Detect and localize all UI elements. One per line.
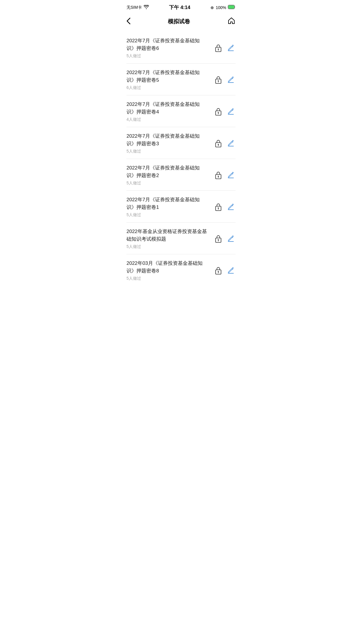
item-subtitle: 5人做过: [126, 244, 209, 249]
list-item: 2022年7月《证券投资基金基础知识》押题密卷6 5人做过: [126, 32, 236, 64]
edit-button[interactable]: [227, 107, 236, 116]
item-actions: [214, 202, 236, 211]
status-time: 下午 4:14: [169, 4, 190, 11]
item-content-7[interactable]: 2022年基金从业资格证券投资基金基础知识考试模拟题 5人做过: [126, 228, 214, 249]
edit-button[interactable]: [227, 202, 236, 211]
item-subtitle: 5人做过: [126, 149, 209, 154]
item-actions: [214, 234, 236, 243]
page-title: 模拟试卷: [133, 18, 225, 25]
item-actions: [214, 171, 236, 179]
edit-button[interactable]: [227, 234, 236, 243]
item-actions: [214, 43, 236, 52]
item-content-1[interactable]: 2022年7月《证券投资基金基础知识》押题密卷6 5人做过: [126, 37, 214, 59]
list-item: 2022年03月《证券投资基金基础知识》押题密卷8 5人做过: [126, 254, 236, 286]
lock-button[interactable]: [214, 107, 223, 116]
status-left: 无SIM卡: [126, 5, 149, 10]
lock-button[interactable]: [214, 139, 223, 148]
item-subtitle: 5人做过: [126, 53, 209, 59]
list-item: 2022年7月《证券投资基金基础知识》押题密卷4 4人做过: [126, 95, 236, 127]
edit-button[interactable]: [227, 171, 236, 179]
item-title: 2022年7月《证券投资基金基础知识》押题密卷3: [126, 132, 209, 147]
item-content-3[interactable]: 2022年7月《证券投资基金基础知识》押题密卷4 4人做过: [126, 101, 214, 122]
list-item: 2022年7月《证券投资基金基础知识》押题密卷1 5人做过: [126, 191, 236, 223]
item-title: 2022年7月《证券投资基金基础知识》押题密卷5: [126, 69, 209, 84]
lock-button[interactable]: [214, 234, 223, 243]
status-bar: 无SIM卡 下午 4:14 ⊕ 100%: [121, 0, 241, 13]
item-title: 2022年03月《证券投资基金基础知识》押题密卷8: [126, 260, 209, 274]
exam-list: 2022年7月《证券投资基金基础知识》押题密卷6 5人做过: [121, 32, 241, 286]
list-item: 2022年7月《证券投资基金基础知识》押题密卷5 6人做过: [126, 64, 236, 95]
svg-rect-1: [228, 6, 234, 9]
item-title: 2022年基金从业资格证券投资基金基础知识考试模拟题: [126, 228, 209, 243]
item-title: 2022年7月《证券投资基金基础知识》押题密卷4: [126, 101, 209, 116]
item-actions: [214, 266, 236, 275]
nav-bar: 模拟试卷: [121, 13, 241, 32]
location-icon: ⊕: [210, 5, 214, 10]
wifi-icon: [144, 5, 149, 10]
list-item: 2022年7月《证券投资基金基础知识》押题密卷3 5人做过: [126, 127, 236, 159]
item-content-8[interactable]: 2022年03月《证券投资基金基础知识》押题密卷8 5人做过: [126, 260, 214, 281]
home-button[interactable]: [225, 15, 236, 28]
item-content-6[interactable]: 2022年7月《证券投资基金基础知识》押题密卷1 5人做过: [126, 196, 214, 218]
edit-button[interactable]: [227, 139, 236, 148]
item-title: 2022年7月《证券投资基金基础知识》押题密卷1: [126, 196, 209, 211]
item-actions: [214, 139, 236, 148]
item-actions: [214, 107, 236, 116]
lock-button[interactable]: [214, 43, 223, 52]
edit-button[interactable]: [227, 266, 236, 275]
status-right: ⊕ 100%: [210, 5, 236, 10]
item-subtitle: 4人做过: [126, 117, 209, 122]
item-subtitle: 6人做过: [126, 85, 209, 90]
item-title: 2022年7月《证券投资基金基础知识》押题密卷2: [126, 164, 209, 179]
lock-button[interactable]: [214, 171, 223, 179]
item-subtitle: 5人做过: [126, 212, 209, 218]
list-item: 2022年基金从业资格证券投资基金基础知识考试模拟题 5人做过: [126, 223, 236, 254]
carrier-label: 无SIM卡: [126, 5, 142, 10]
item-subtitle: 5人做过: [126, 276, 209, 281]
item-title: 2022年7月《证券投资基金基础知识》押题密卷6: [126, 37, 209, 52]
item-content-5[interactable]: 2022年7月《证券投资基金基础知识》押题密卷2 5人做过: [126, 164, 214, 186]
lock-button[interactable]: [214, 266, 223, 275]
edit-button[interactable]: [227, 43, 236, 52]
lock-button[interactable]: [214, 202, 223, 211]
item-actions: [214, 75, 236, 84]
item-content-2[interactable]: 2022年7月《证券投资基金基础知识》押题密卷5 6人做过: [126, 69, 214, 90]
edit-button[interactable]: [227, 75, 236, 84]
back-button[interactable]: [126, 16, 133, 27]
list-item: 2022年7月《证券投资基金基础知识》押题密卷2 5人做过: [126, 159, 236, 191]
battery-icon: [228, 5, 236, 10]
item-content-4[interactable]: 2022年7月《证券投资基金基础知识》押题密卷3 5人做过: [126, 132, 214, 154]
lock-button[interactable]: [214, 75, 223, 84]
battery-label: 100%: [216, 5, 226, 10]
item-subtitle: 5人做过: [126, 181, 209, 186]
